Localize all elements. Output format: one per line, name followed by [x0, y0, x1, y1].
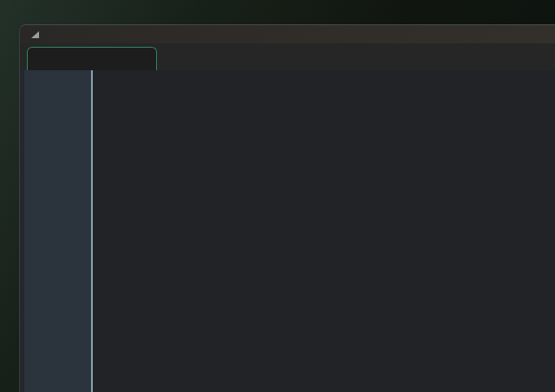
editor-region: [20, 70, 555, 392]
desktop-background: [0, 0, 555, 392]
tab-bar: [20, 43, 555, 70]
window-title-bar[interactable]: [20, 25, 555, 43]
script-editor-window: [19, 24, 555, 392]
code-editor-area[interactable]: [93, 70, 555, 392]
line-number-gutter[interactable]: [24, 70, 91, 392]
collapse-triangle-icon[interactable]: [31, 31, 39, 38]
tab-scr-global-var-gml[interactable]: [27, 47, 157, 70]
